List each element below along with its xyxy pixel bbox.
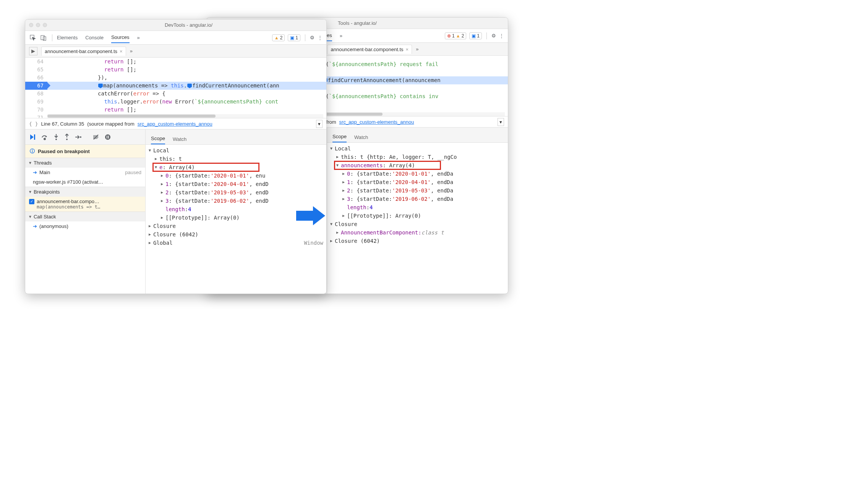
gear-icon[interactable]: ⚙	[491, 33, 496, 39]
callstack-frame[interactable]: ➔(anonymous)	[25, 221, 145, 231]
scope-array-item[interactable]: ▶1: {startDate: '2020-04-01', endDa	[330, 178, 505, 186]
scope-tree[interactable]: ▼Local ▶this: t {http: Ae, logger: T, __…	[327, 143, 508, 294]
warnings-badge[interactable]: ▲2	[272, 34, 285, 41]
step-icon[interactable]	[75, 134, 82, 140]
traffic-lights[interactable]	[29, 23, 47, 27]
callstack-section[interactable]: ▼Call Stack	[25, 212, 145, 221]
paused-banner: ⓘ Paused on breakpoint	[25, 145, 145, 158]
window-title: DevTools - angular.io/	[55, 22, 323, 28]
tab-scope[interactable]: Scope	[151, 133, 165, 144]
tab-elements[interactable]: Elements	[57, 32, 78, 43]
scope-array-item[interactable]: ▶3: {startDate: '2019-06-02', endDa	[330, 195, 505, 203]
errors-badge[interactable]: ⊗1 ▲2	[445, 32, 466, 39]
gear-icon[interactable]: ⚙	[310, 35, 315, 40]
svg-rect-1	[41, 36, 44, 40]
tabs-overflow[interactable]: »	[340, 31, 342, 41]
breakpoints-section[interactable]: ▼Breakpoints	[25, 187, 145, 197]
code-editor[interactable]: 64 return [];65 return [];66 }),67 map(a…	[25, 58, 326, 118]
file-tabs: ▶ announcement-bar.component.ts× »	[25, 45, 326, 58]
scope-array-item[interactable]: ▶0: {startDate: '2020-01-01', endDa	[330, 170, 505, 178]
svg-rect-10	[107, 136, 107, 139]
debug-sidebar: ⓘ Paused on breakpoint ▼Threads ➔Mainpau…	[25, 129, 146, 294]
tab-watch[interactable]: Watch	[173, 134, 186, 144]
source-map-link[interactable]: src_app_custom-elements_annou	[138, 121, 212, 127]
variable-announcements[interactable]: announcements	[341, 161, 383, 170]
dropdown-icon[interactable]: ▾	[498, 118, 504, 126]
step-into-icon[interactable]	[53, 134, 59, 141]
devtools-window-left: DevTools - angular.io/ Elements Console …	[25, 19, 327, 294]
thread-main[interactable]: ➔Mainpaused	[25, 168, 145, 177]
tab-scope[interactable]: Scope	[332, 131, 347, 142]
tabs-overflow[interactable]: »	[137, 32, 140, 43]
scope-array-item[interactable]: ▶0: {startDate: '2020-01-01', enu	[149, 171, 323, 180]
close-icon[interactable]: ×	[120, 48, 123, 54]
tab-watch[interactable]: Watch	[354, 132, 368, 142]
svg-point-6	[66, 139, 68, 140]
pause-exceptions-icon[interactable]	[105, 134, 111, 140]
arrow-annotation	[296, 206, 327, 225]
breakpoint-item[interactable]: ✓announcement-bar.compo… map(announcemen…	[25, 197, 145, 212]
step-out-icon[interactable]	[64, 134, 70, 141]
variable-e[interactable]: e	[159, 163, 162, 171]
scope-array-item[interactable]: ▶1: {startDate: '2020-04-01', endD	[149, 180, 323, 188]
tabs-overflow[interactable]: »	[130, 48, 133, 54]
messages-badge[interactable]: ▣1	[469, 32, 482, 39]
thread-worker[interactable]: ngsw-worker.js #7100 (activat…	[25, 177, 145, 187]
resume-icon[interactable]	[29, 134, 36, 141]
tab-sources[interactable]: Sources	[111, 32, 130, 43]
navigator-icon[interactable]: ▶	[29, 47, 37, 55]
kebab-icon[interactable]: ⋮	[499, 33, 504, 39]
step-over-icon[interactable]	[41, 134, 48, 141]
scope-array-item[interactable]: ▶2: {startDate: '2019-05-03', endD	[149, 188, 323, 197]
source-map-link[interactable]: src_app_custom-elements_annou	[339, 119, 414, 125]
checkbox-icon[interactable]: ✓	[29, 199, 34, 204]
svg-point-9	[105, 134, 110, 140]
deactivate-breakpoints-icon[interactable]	[92, 134, 99, 141]
kebab-icon[interactable]: ⋮	[318, 35, 323, 40]
tabs-overflow[interactable]: »	[416, 46, 418, 52]
main-toolbar: Elements Console Sources » ▲2 ▣1 ⚙ ⋮	[25, 31, 326, 45]
svg-rect-11	[108, 136, 109, 139]
svg-rect-3	[34, 134, 35, 140]
device-icon[interactable]	[40, 34, 47, 42]
svg-point-7	[80, 136, 81, 138]
close-icon[interactable]: ×	[406, 47, 409, 52]
file-tab-announcement[interactable]: announcement-bar.component.ts×	[41, 47, 126, 56]
svg-point-5	[55, 139, 57, 140]
info-icon: ⓘ	[30, 148, 35, 155]
svg-point-4	[44, 138, 45, 140]
dropdown-icon[interactable]: ▾	[316, 120, 323, 128]
horizontal-scrollbar[interactable]	[47, 114, 323, 118]
titlebar: DevTools - angular.io/	[25, 19, 326, 31]
tab-console[interactable]: Console	[85, 32, 104, 43]
debug-controls	[25, 129, 145, 145]
file-tab-announcement[interactable]: announcement-bar.component.ts×	[327, 45, 412, 54]
inspect-icon[interactable]	[29, 34, 37, 42]
scope-panel-tabs: Scope Watch	[146, 129, 326, 145]
threads-section[interactable]: ▼Threads	[25, 158, 145, 168]
pretty-print-icon[interactable]: { }	[29, 121, 38, 127]
scope-array-item[interactable]: ▶3: {startDate: '2019-06-02', endD	[149, 197, 323, 205]
status-bar: { } Line 67, Column 35 (source mapped fr…	[25, 118, 326, 129]
scope-array-item[interactable]: ▶2: {startDate: '2019-05-03', endDa	[330, 186, 505, 195]
scope-panel-tabs: Scope Watch	[327, 128, 508, 143]
messages-badge[interactable]: ▣1	[288, 34, 300, 41]
